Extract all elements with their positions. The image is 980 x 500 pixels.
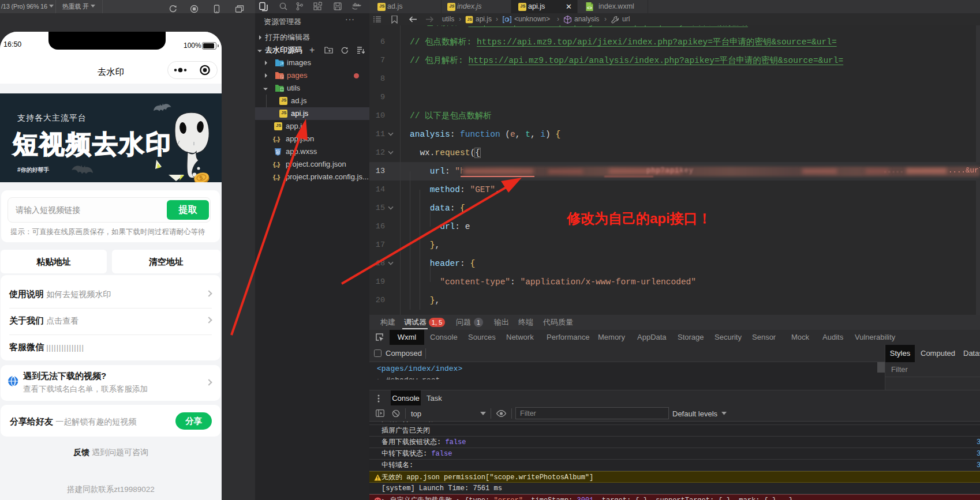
svg-text:支持各大主流平台: 支持各大主流平台	[17, 113, 87, 122]
svg-text:<>: <>	[587, 5, 592, 10]
svg-text:#你的好帮手: #你的好帮手	[17, 167, 50, 173]
svg-text:短视频去水印: 短视频去水印	[12, 130, 172, 158]
